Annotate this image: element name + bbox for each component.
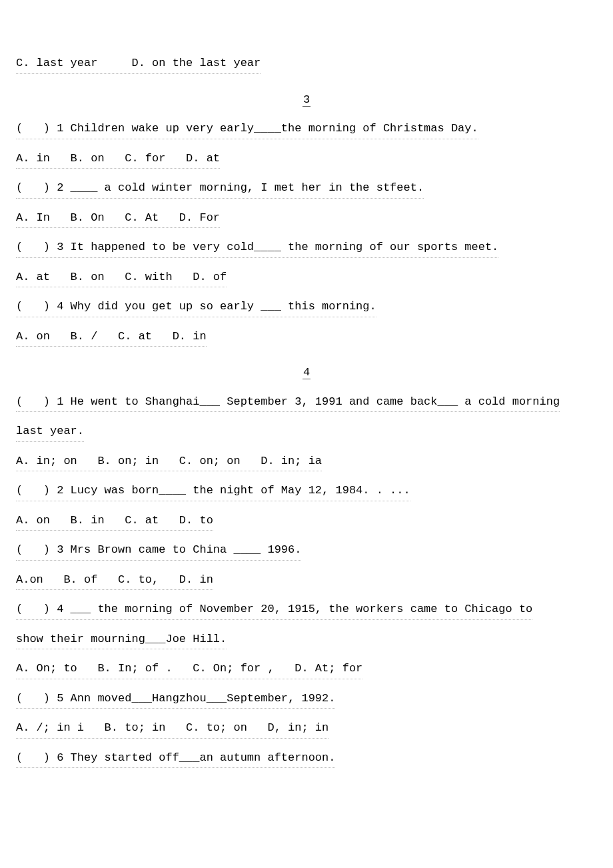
question-text: ( ) 4 Why did you get up so early ___ th… [16, 297, 376, 317]
question-text: ( ) 2 ____ a cold winter morning, I met … [16, 178, 424, 199]
question-text: ( ) 4 ___ the morning of November 20, 19… [16, 599, 532, 620]
question-text: ( ) 5 Ann moved___Hangzhou___September, … [16, 689, 335, 709]
question-text: ( ) 3 It happened to be very cold____ th… [16, 237, 498, 258]
answer-line: C. last year D. on the last year [16, 53, 261, 74]
question-text-cont: last year. [16, 421, 84, 442]
answer-options: A. In B. On C. At D. For [16, 208, 220, 229]
question-text: ( ) 3 Mrs Brown came to China ____ 1996. [16, 540, 301, 561]
answer-options: A.on B. of C. to, D. in [16, 570, 213, 591]
answer-options: A. at B. on C. with D. of [16, 267, 227, 288]
question-text: ( ) 2 Lucy was born____ the night of May… [16, 481, 410, 501]
question-text: ( ) 1 Children wake up very early____the… [16, 119, 478, 139]
answer-options: A. on B. in C. at D. to [16, 511, 213, 531]
question-text-cont: show their mourning___Joe Hill. [16, 629, 227, 650]
answer-options: A. /; in i B. to; in C. to; on D, in; in [16, 718, 328, 739]
question-text: ( ) 1 He went to Shanghai___ September 3… [16, 392, 560, 413]
answer-options: A. on B. / C. at D. in [16, 327, 207, 347]
section-3-heading: 3 [16, 91, 597, 109]
answer-options: A. in B. on C. for D. at [16, 149, 220, 169]
section-4-heading: 4 [16, 364, 597, 381]
question-text: ( ) 6 They started off___an autumn after… [16, 748, 335, 769]
answer-options: A. in; on B. on; in C. on; on D. in; ia [16, 451, 322, 472]
answer-options: A. On; to B. In; of . C. On; for , D. At… [16, 659, 362, 679]
